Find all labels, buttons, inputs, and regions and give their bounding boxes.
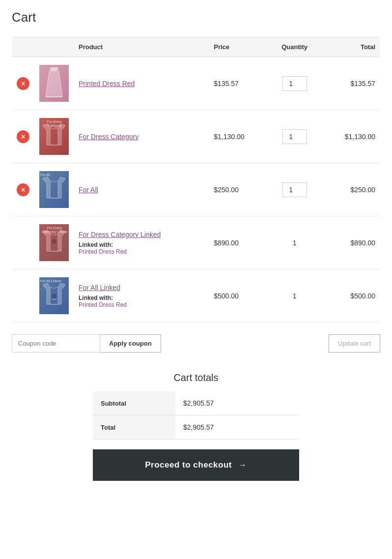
- checkout-button[interactable]: Proceed to checkout →: [93, 449, 299, 481]
- product-price: $500.00: [209, 269, 268, 323]
- product-thumbnail: For Dress Category Linked: [39, 224, 69, 261]
- quantity-input[interactable]: [282, 76, 307, 91]
- remove-cell: [12, 269, 34, 323]
- remove-cell: ×: [12, 163, 34, 216]
- product-thumb-cell: For Dress Category: [34, 110, 74, 163]
- cart-totals-section: Cart totals Subtotal $2,905.57 Total $2,…: [93, 372, 299, 481]
- total-row: Total $2,905.57: [93, 415, 299, 440]
- table-row: ×For Dress Category For Dress Category$1…: [12, 110, 380, 163]
- col-total: Total: [321, 37, 380, 57]
- checkout-arrow-icon: →: [238, 460, 247, 470]
- product-name-cell: For Dress Category: [74, 110, 209, 163]
- product-price: $890.00: [209, 216, 268, 269]
- product-price: $135.57: [209, 57, 268, 110]
- quantity-input[interactable]: [282, 129, 307, 144]
- linked-info: Linked with:Printed Dress Red: [79, 294, 204, 308]
- product-quantity-cell: 1: [268, 269, 321, 323]
- product-name-link[interactable]: For Dress Category: [79, 133, 139, 141]
- linked-product: Printed Dress Red: [79, 301, 127, 308]
- product-total: $890.00: [321, 216, 380, 269]
- apply-coupon-button[interactable]: Apply coupon: [100, 334, 161, 353]
- product-thumbnail: For Dress Category: [39, 118, 69, 155]
- subtotal-row: Subtotal $2,905.57: [93, 391, 299, 415]
- product-name-link[interactable]: Printed Dress Red: [79, 80, 135, 88]
- product-thumbnail: For All: [39, 171, 69, 208]
- product-total: $135.57: [321, 57, 380, 110]
- thumb-label: For All Linked: [40, 279, 61, 283]
- table-row: ×For All For All$250.00$250.00: [12, 163, 380, 216]
- coupon-row: Apply coupon Update cart: [12, 334, 380, 353]
- linked-label: Linked with:: [79, 294, 113, 301]
- product-price: $250.00: [209, 163, 268, 216]
- product-name-link[interactable]: For Dress Category Linked: [79, 231, 161, 238]
- coupon-section: Apply coupon: [12, 334, 161, 353]
- col-image: [34, 37, 74, 57]
- product-name-cell: For Dress Category LinkedLinked with:Pri…: [74, 216, 209, 269]
- svg-point-3: [52, 239, 56, 244]
- cart-table: Product Price Quantity Total × Printed D…: [12, 37, 380, 323]
- quantity-text: 1: [293, 239, 297, 247]
- total-value: $2,905.57: [175, 415, 299, 440]
- col-quantity: Quantity: [268, 37, 321, 57]
- product-name-link[interactable]: For All: [79, 186, 98, 194]
- subtotal-label: Subtotal: [93, 391, 175, 415]
- subtotal-value: $2,905.57: [175, 391, 299, 415]
- svg-marker-1: [51, 67, 57, 71]
- thumb-label: For Dress Category Linked: [40, 226, 69, 235]
- col-remove: [12, 37, 34, 57]
- svg-marker-0: [46, 67, 62, 97]
- linked-label: Linked with:: [79, 241, 113, 248]
- update-cart-button[interactable]: Update cart: [329, 334, 380, 353]
- product-quantity-cell: [268, 110, 321, 163]
- product-name-cell: Printed Dress Red: [74, 57, 209, 110]
- quantity-text: 1: [293, 292, 297, 300]
- product-total: $1,130.00: [321, 110, 380, 163]
- product-thumb-cell: For All Linked: [34, 269, 74, 323]
- product-thumbnail: [39, 65, 69, 102]
- product-name-link[interactable]: For All Linked: [79, 284, 120, 292]
- totals-table: Subtotal $2,905.57 Total $2,905.57: [93, 391, 299, 440]
- col-price: Price: [209, 37, 268, 57]
- table-row: × Printed Dress Red$135.57$135.57: [12, 57, 380, 110]
- product-name-cell: For All LinkedLinked with:Printed Dress …: [74, 269, 209, 323]
- remove-cell: ×: [12, 57, 34, 110]
- remove-button[interactable]: ×: [17, 130, 29, 143]
- remove-cell: [12, 216, 34, 269]
- linked-product: Printed Dress Red: [79, 248, 127, 255]
- product-thumb-cell: [34, 57, 74, 110]
- linked-info: Linked with:Printed Dress Red: [79, 241, 204, 255]
- cart-totals-title: Cart totals: [93, 372, 299, 383]
- col-product: Product: [74, 37, 209, 57]
- svg-point-4: [52, 294, 56, 298]
- product-total: $500.00: [321, 269, 380, 323]
- product-quantity-cell: 1: [268, 216, 321, 269]
- product-quantity-cell: [268, 163, 321, 216]
- product-total: $250.00: [321, 163, 380, 216]
- remove-button[interactable]: ×: [17, 183, 29, 196]
- checkout-label: Proceed to checkout: [145, 460, 232, 470]
- remove-cell: ×: [12, 110, 34, 163]
- product-thumb-cell: For Dress Category Linked: [34, 216, 74, 269]
- product-thumbnail: For All Linked: [39, 277, 69, 314]
- table-row: For Dress Category Linked For Dress Cate…: [12, 216, 380, 269]
- product-price: $1,130.00: [209, 110, 268, 163]
- product-quantity-cell: [268, 57, 321, 110]
- total-label: Total: [93, 415, 175, 440]
- product-name-cell: For All: [74, 163, 209, 216]
- table-row: For All Linked For All LinkedLinked with…: [12, 269, 380, 323]
- product-thumb-cell: For All: [34, 163, 74, 216]
- quantity-input[interactable]: [282, 182, 307, 197]
- thumb-label: For All: [40, 173, 50, 177]
- page-title: Cart: [12, 10, 380, 25]
- thumb-label: For Dress Category: [40, 120, 69, 128]
- remove-button[interactable]: ×: [17, 77, 29, 90]
- coupon-input[interactable]: [12, 334, 100, 353]
